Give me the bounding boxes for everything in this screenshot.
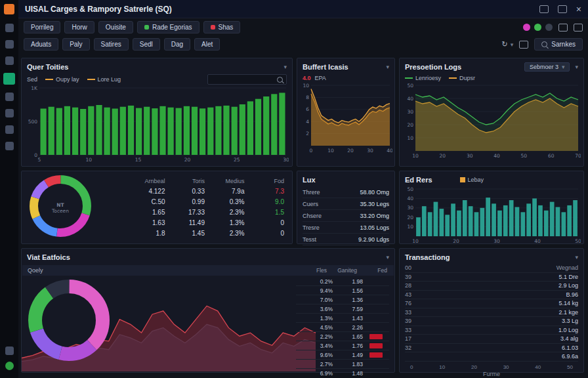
stat-row[interactable]: Chsere33.20 Omg xyxy=(303,210,389,222)
table-row[interactable]: 1.6311.491.3%0 xyxy=(125,218,284,228)
tag-button[interactable]: Horw xyxy=(64,21,94,33)
table-row[interactable]: 326.1.03 xyxy=(405,344,578,353)
presoetion-area-chart[interactable]: 504030201010203040506070 xyxy=(400,83,583,161)
legend-item[interactable]: Lebay xyxy=(460,177,484,183)
table-row[interactable]: 2.7%1.83 xyxy=(296,359,389,368)
search-icon[interactable] xyxy=(5,24,14,32)
filter-button[interactable]: Satires xyxy=(94,38,129,51)
filter-button[interactable]: Paly xyxy=(62,38,89,51)
table-row[interactable]: 173.4 alg xyxy=(405,335,578,344)
alerting-icon[interactable] xyxy=(5,109,14,117)
tag-button[interactable]: Ouisite xyxy=(98,21,133,33)
create-icon[interactable] xyxy=(5,40,14,49)
grid-icon[interactable] xyxy=(558,24,568,32)
stat-value: 33.20 Omg xyxy=(360,213,389,219)
explore-icon[interactable] xyxy=(5,93,14,101)
table-header-row: ArnbealTorisMediusFod xyxy=(125,177,284,186)
buffer-area-chart[interactable]: 108642010203040 xyxy=(297,83,394,156)
table-row[interactable]: 1.81.452.3%0 xyxy=(125,228,284,239)
chevron-down-icon[interactable]: ▾ xyxy=(386,64,389,70)
panel-title: Presoetion Logs xyxy=(405,63,461,71)
layout-icon[interactable] xyxy=(539,5,549,13)
grafana-logo-icon[interactable] xyxy=(4,4,14,14)
table-row[interactable]: 395.1 Dre xyxy=(405,273,578,282)
status-dot-icon[interactable] xyxy=(545,24,553,31)
refresh-button[interactable]: ↻ ▾ xyxy=(502,40,514,49)
filter-button[interactable]: Dag xyxy=(164,38,190,51)
chevron-down-icon[interactable]: ▾ xyxy=(284,64,287,70)
table-row[interactable]: 7.0%1.36 xyxy=(296,295,389,304)
filter-button[interactable]: Aduats xyxy=(24,38,58,51)
table-row[interactable]: 332.1 kge xyxy=(405,308,578,318)
share-icon[interactable] xyxy=(574,24,583,32)
filter-button-label: Satires xyxy=(101,41,121,48)
table-row[interactable]: 282.9 Log xyxy=(405,282,578,291)
overview-donut-chart[interactable]: NTToceen xyxy=(30,175,91,240)
transactions-table: 00 Wegnad 395.1 Dre282.9 Log43B.96765.14… xyxy=(400,264,583,362)
stat-row[interactable]: Cuers35.30 Legs xyxy=(303,198,389,210)
query-totals-bar-chart[interactable]: 1K500051015202530 xyxy=(22,85,292,165)
stat-row[interactable]: Tesst9.2.90 Ldgs xyxy=(303,234,389,245)
row-number: 39 xyxy=(405,318,411,324)
view-mode-icon[interactable] xyxy=(519,41,528,49)
viat-donut-chart[interactable] xyxy=(28,280,110,364)
help-icon[interactable] xyxy=(5,346,14,355)
table-row[interactable]: 1.3%1.43 xyxy=(296,313,389,322)
legend-item[interactable]: Sed xyxy=(27,76,37,83)
status-dot-icon[interactable] xyxy=(523,24,530,31)
chevron-down-icon[interactable]: ▾ xyxy=(575,254,578,261)
table-row[interactable]: 6.9.6a xyxy=(405,352,578,362)
stat-row[interactable]: Threre58.80 Omg xyxy=(303,186,389,198)
table-row[interactable]: 331.0 Log xyxy=(405,326,578,335)
legend-item[interactable]: Dupsr xyxy=(449,75,475,81)
settings-icon[interactable] xyxy=(5,142,14,150)
cell-value: 1.98 xyxy=(333,278,363,285)
cell-percent: 0.2% xyxy=(303,278,333,285)
filter-button[interactable]: Sedl xyxy=(133,38,160,51)
search-button[interactable]: Sarnkes xyxy=(534,38,583,51)
table-row[interactable]: 4.1220.337.9a7.3 xyxy=(125,186,284,197)
table-row[interactable]: 43B.96 xyxy=(405,291,578,300)
table-row[interactable]: 9.4%1.56 xyxy=(296,285,389,295)
x-axis-ticks: 01020304050 xyxy=(400,362,583,370)
table-row[interactable]: 9.6%1.49 xyxy=(296,350,389,359)
tag-button[interactable]: Rade Egorias xyxy=(137,21,200,33)
table-row[interactable]: C.500.990.3%9.0 xyxy=(125,197,284,207)
dashboards-icon[interactable] xyxy=(3,73,15,85)
stat-row[interactable]: Tresre13.05 Logs xyxy=(303,222,389,234)
tag-button[interactable]: Shas xyxy=(203,21,241,33)
history-icon[interactable] xyxy=(5,125,14,134)
panel-buffer: Buffert Icasis ▾ 4.0 EPA 108642010203040 xyxy=(297,58,395,167)
table-row[interactable]: 6.9%1.48 xyxy=(296,368,389,377)
column-header: Fod xyxy=(245,178,285,184)
table-row[interactable]: 1.6517.332.3%1.5 xyxy=(125,207,284,218)
table-row[interactable]: 2.2%1.65 xyxy=(296,331,389,341)
title-bar: UISAL Carges & Rampory Satrerle (SQ) × xyxy=(18,0,588,18)
close-icon[interactable]: × xyxy=(576,5,581,14)
svg-text:0: 0 xyxy=(310,148,313,154)
legend-item[interactable]: Lenrioesy xyxy=(405,75,441,81)
panel-search-input[interactable] xyxy=(211,75,274,83)
folder-icon[interactable] xyxy=(5,56,14,65)
stat-name: Tresre xyxy=(303,224,320,231)
user-icon[interactable] xyxy=(5,362,14,370)
table-row[interactable]: 765.14 kg xyxy=(405,299,578,308)
interval-select[interactable]: Sebmoer 3 ▾ xyxy=(524,62,570,72)
table-row[interactable]: 0.2%1.98 xyxy=(296,277,389,285)
panel-ed-rers: Ed Rers Lebay 50403020101020304050 xyxy=(399,171,584,244)
legend-item[interactable]: Oupy lay xyxy=(45,76,79,83)
legend-item[interactable]: Lore Lug xyxy=(87,76,121,83)
table-row[interactable]: 3.6%7.59 xyxy=(296,304,389,313)
table-row[interactable]: 4.5%2.26 xyxy=(296,322,389,331)
tag-button[interactable]: Porrileg xyxy=(24,21,60,33)
chevron-down-icon[interactable]: ▾ xyxy=(386,254,389,261)
table-row[interactable]: 3.4%1.76 xyxy=(296,341,389,350)
ed-rers-bar-chart[interactable]: 50403020101020304050 xyxy=(400,186,583,247)
chevron-down-icon[interactable]: ▾ xyxy=(575,64,578,70)
stat-name: Cuers xyxy=(303,201,318,207)
svg-text:30: 30 xyxy=(407,109,413,115)
status-dot-icon[interactable] xyxy=(534,24,541,31)
panel-icon[interactable] xyxy=(558,5,567,13)
filter-button[interactable]: Alet xyxy=(194,38,220,51)
table-row[interactable]: 393.3 Lg xyxy=(405,317,578,326)
